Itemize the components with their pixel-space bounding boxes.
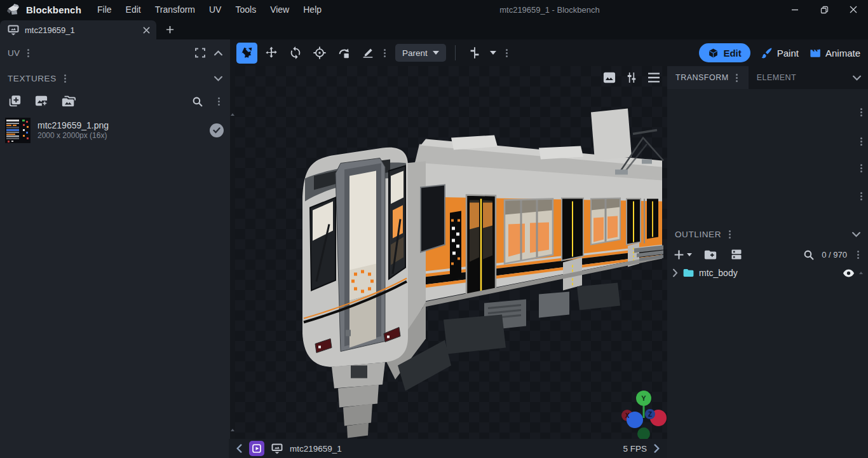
texture-resolution: 2000 x 2000px (16x) xyxy=(37,131,109,141)
blockbench-logo-icon xyxy=(6,3,21,16)
tab-element-label: ELEMENT xyxy=(757,73,797,82)
chevron-left-icon[interactable] xyxy=(236,444,242,453)
gizmo-tool-button[interactable] xyxy=(236,43,257,64)
format-icon[interactable] xyxy=(249,441,264,456)
minimize-button[interactable] xyxy=(780,0,810,19)
row-handle-menu-icon[interactable] xyxy=(858,191,865,202)
sidebar-tabs: TRANSFORM ELEMENT xyxy=(667,66,868,89)
app-name: Blockbench xyxy=(26,4,81,15)
menu-uv[interactable]: UV xyxy=(202,2,228,17)
group-name: mtc_body xyxy=(699,268,738,278)
outliner-group-row[interactable]: mtc_body xyxy=(667,265,868,281)
gizmo-z-label: Z xyxy=(648,411,652,418)
project-monitor-icon xyxy=(8,25,19,36)
panel-scrollbar-gutter xyxy=(230,66,235,439)
status-bar: mtc219659_1 5 FPS xyxy=(229,439,667,458)
main-toolbar: Parent xyxy=(236,39,510,66)
toolbar-row: UV xyxy=(0,39,868,66)
group-folder-icon[interactable] xyxy=(682,268,695,278)
texture-name: mtc219659_1.png xyxy=(37,120,109,131)
scroll-up-arrow[interactable] xyxy=(231,113,234,116)
textures-toolbar xyxy=(0,90,230,112)
expand-panel-icon[interactable] xyxy=(195,48,205,58)
menu-help[interactable]: Help xyxy=(296,2,329,17)
outliner-collapse-chevron-down-icon[interactable] xyxy=(852,232,860,237)
texture-list-item[interactable]: mtc219659_1.png 2000 x 2000px (16x) xyxy=(0,116,230,145)
snap-settings-button[interactable] xyxy=(465,43,485,64)
expand-chevron-right-icon[interactable] xyxy=(672,268,678,277)
move-tool-button[interactable] xyxy=(261,43,281,64)
viewport-3d[interactable]: Y X Z xyxy=(235,66,667,439)
row-handle-menu-icon[interactable] xyxy=(858,163,865,174)
sliders-icon[interactable] xyxy=(625,71,638,84)
menu-transform[interactable]: Transform xyxy=(148,2,202,17)
rotate-snap-tool-button[interactable] xyxy=(333,43,354,64)
textures-panel: TEXTURES xyxy=(0,66,230,458)
scroll-up-arrow-bottom[interactable] xyxy=(231,429,234,431)
outliner-menu-icon[interactable] xyxy=(726,229,733,240)
status-project-name: mtc219659_1 xyxy=(290,444,342,454)
mode-edit-button[interactable]: Edit xyxy=(699,43,750,62)
import-image-icon[interactable] xyxy=(34,95,48,108)
toggle-options-icon[interactable] xyxy=(730,248,743,261)
texture-folder-icon[interactable] xyxy=(61,95,76,108)
pivot-tool-button[interactable] xyxy=(309,43,330,64)
tab-element[interactable]: ELEMENT xyxy=(749,66,805,89)
toolbar-menu-icon[interactable] xyxy=(381,48,388,59)
textures-panel-menu-icon[interactable] xyxy=(62,73,69,84)
add-texture-icon[interactable] xyxy=(8,94,22,108)
pencil-tool-button[interactable] xyxy=(357,43,378,64)
chevron-right-icon[interactable] xyxy=(654,444,660,453)
project-monitor-icon xyxy=(271,443,283,454)
window-controls xyxy=(780,0,868,19)
tab-transform-label: TRANSFORM xyxy=(675,73,729,82)
outliner-title: OUTLINER xyxy=(675,230,721,239)
snap-menu-icon[interactable] xyxy=(503,48,510,59)
viewport-toolbar xyxy=(602,71,661,84)
add-group-icon[interactable] xyxy=(703,249,717,261)
add-element-button[interactable] xyxy=(674,249,692,260)
close-tab-icon[interactable] xyxy=(143,27,150,34)
rotate-tool-button[interactable] xyxy=(285,43,306,64)
menu-edit[interactable]: Edit xyxy=(119,2,148,17)
close-window-button[interactable] xyxy=(839,0,868,19)
menu-file[interactable]: File xyxy=(90,2,119,17)
project-tab-bar: mtc219659_1 xyxy=(0,19,868,39)
row-handle-menu-icon[interactable] xyxy=(858,136,865,147)
menu-tools[interactable]: Tools xyxy=(228,2,263,17)
project-tab[interactable]: mtc219659_1 xyxy=(0,20,156,39)
movie-icon xyxy=(809,47,821,59)
search-icon[interactable] xyxy=(192,96,203,107)
chevron-down-icon xyxy=(433,51,439,55)
textures-toolbar-menu-icon[interactable] xyxy=(215,96,222,107)
mode-paint-button[interactable]: Paint xyxy=(761,47,799,59)
gizmo-y-label: Y xyxy=(641,394,646,402)
texture-selected-check-icon[interactable] xyxy=(210,123,224,137)
visibility-eye-icon[interactable] xyxy=(843,268,855,278)
outliner-scroll-arrow[interactable] xyxy=(859,272,863,274)
background-image-icon[interactable] xyxy=(602,71,616,84)
pivot-context-dropdown[interactable]: Parent xyxy=(395,44,446,62)
sidebar-collapse-chevron-down-icon[interactable] xyxy=(853,66,868,89)
train-model[interactable] xyxy=(235,66,667,439)
search-icon[interactable] xyxy=(803,249,814,260)
mode-edit-label: Edit xyxy=(723,48,741,59)
right-sidebar: TRANSFORM ELEMENT OUTLINER xyxy=(667,66,868,458)
outliner-toolbar-menu-icon[interactable] xyxy=(855,249,862,260)
menu-view[interactable]: View xyxy=(263,2,296,17)
mode-animate-button[interactable]: Animate xyxy=(809,47,860,59)
tab-transform[interactable]: TRANSFORM xyxy=(667,66,749,89)
uv-panel-menu-icon[interactable] xyxy=(25,48,32,59)
paint-brush-icon xyxy=(761,47,773,59)
menu-icon[interactable] xyxy=(647,72,661,83)
outliner-selection-count: 0 / 970 xyxy=(822,250,847,260)
transform-tab-menu-icon[interactable] xyxy=(733,73,740,83)
outliner-header: OUTLINER xyxy=(667,224,868,244)
toolbar-divider xyxy=(455,45,456,60)
new-tab-button[interactable] xyxy=(161,22,178,37)
row-handle-menu-icon[interactable] xyxy=(858,107,865,118)
restore-button[interactable] xyxy=(810,0,839,19)
textures-collapse-chevron-down-icon[interactable] xyxy=(214,76,222,81)
collapse-panel-chevron-up-icon[interactable] xyxy=(214,50,222,56)
snap-dropdown-caret-icon[interactable] xyxy=(490,51,496,55)
